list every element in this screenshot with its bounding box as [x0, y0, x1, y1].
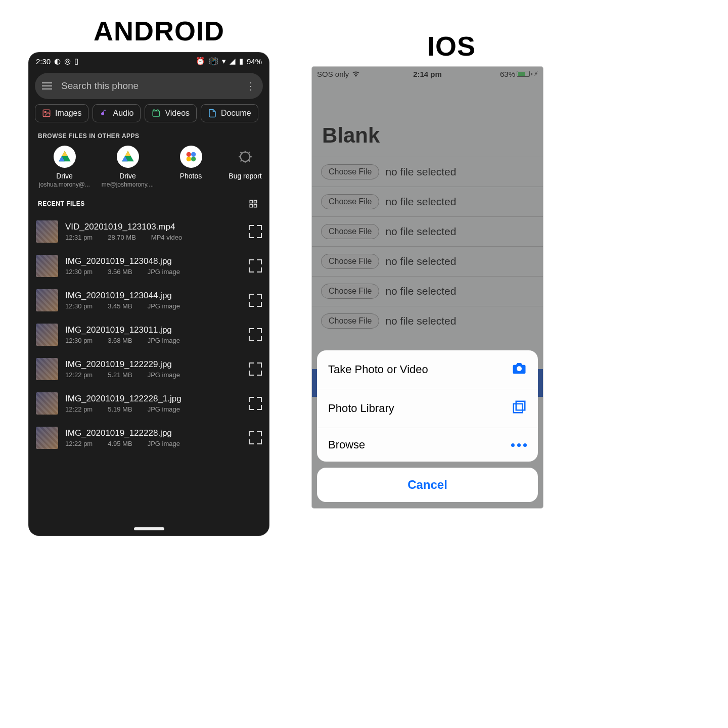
file-time: 12:30 pm — [65, 337, 93, 344]
svg-point-1 — [44, 111, 46, 113]
app-drive[interactable]: Driveme@joshmorony.... — [96, 146, 159, 188]
browse-apps-label: BROWSE FILES IN OTHER APPS — [29, 122, 269, 146]
file-name: VID_20201019_123103.mp4 — [65, 222, 242, 232]
file-thumbnail — [36, 255, 58, 277]
file-row[interactable]: IMG_20201019_122228_1.jpg12:22 pm5.19 MB… — [29, 386, 269, 421]
battery-icon: ▮ — [239, 57, 243, 66]
device-icon: ▯ — [74, 57, 78, 66]
file-row[interactable]: IMG_20201019_123048.jpg12:30 pm3.56 MBJP… — [29, 249, 269, 283]
wifi-icon: ▾ — [222, 57, 226, 66]
expand-icon[interactable] — [249, 225, 262, 238]
action-sheet: Take Photo or VideoPhoto LibraryBrowse C… — [317, 350, 538, 502]
file-list: VID_20201019_123103.mp412:31 pm28.70 MBM… — [29, 214, 269, 455]
more-icon[interactable]: ⋮ — [246, 80, 256, 92]
chip-images[interactable]: Images — [35, 104, 88, 122]
file-row[interactable]: IMG_20201019_123011.jpg12:30 pm3.68 MBJP… — [29, 317, 269, 352]
battery-pct: 94% — [247, 57, 262, 66]
expand-icon[interactable] — [249, 362, 262, 376]
file-time: 12:22 pm — [65, 405, 93, 413]
android-phone-frame: 2:30 ◐ ◎ ▯ ⏰ 📳 ▾ ◢ ▮ 94% Search this pho… — [29, 53, 269, 535]
file-thumbnail — [36, 392, 58, 415]
file-size: 4.95 MB — [108, 440, 132, 447]
chip-label: Images — [55, 109, 81, 118]
file-time: 12:22 pm — [65, 440, 93, 447]
file-name: IMG_20201019_123011.jpg — [65, 325, 242, 335]
app-name: Bug report — [222, 172, 268, 180]
chip-label: Docume — [221, 109, 251, 118]
file-row[interactable]: IMG_20201019_122229.jpg12:22 pm5.21 MBJP… — [29, 352, 269, 386]
chip-audio[interactable]: Audio — [93, 104, 141, 122]
android-status-bar: 2:30 ◐ ◎ ▯ ⏰ 📳 ▾ ◢ ▮ 94% — [29, 53, 269, 70]
app-icon — [234, 146, 256, 168]
file-row[interactable]: VID_20201019_123103.mp412:31 pm28.70 MBM… — [29, 214, 269, 249]
expand-icon[interactable] — [249, 431, 262, 444]
app-bug-report[interactable]: Bug report — [222, 146, 268, 188]
circle-icon: ◎ — [64, 57, 71, 66]
sheet-item-take-photo-or-video[interactable]: Take Photo or Video — [317, 350, 538, 389]
chip-docume[interactable]: Docume — [201, 104, 258, 122]
sheet-item-label: Browse — [328, 438, 365, 451]
file-name: IMG_20201019_122228.jpg — [65, 428, 242, 438]
file-thumbnail — [36, 324, 58, 346]
file-size: 28.70 MB — [108, 234, 136, 241]
app-icon — [117, 146, 139, 168]
file-name: IMG_20201019_122229.jpg — [65, 359, 242, 370]
app-drive[interactable]: Drivejoshua.morony@... — [33, 146, 96, 188]
file-thumbnail — [36, 289, 58, 311]
svg-rect-14 — [514, 404, 523, 413]
file-thumbnail — [36, 220, 58, 243]
file-thumbnail — [36, 427, 58, 449]
signal-icon: ◢ — [230, 57, 236, 66]
app-photos[interactable]: Photos — [159, 146, 222, 188]
svg-rect-9 — [254, 200, 257, 203]
sheet-item-label: Photo Library — [328, 402, 394, 415]
sheet-item-browse[interactable]: Browse — [317, 428, 538, 462]
sheet-item-photo-library[interactable]: Photo Library — [317, 389, 538, 428]
ellipsis-icon — [511, 443, 527, 447]
filter-chips-row: ImagesAudioVideosDocume — [29, 104, 269, 122]
apps-row: Drivejoshua.morony@...Driveme@joshmorony… — [29, 146, 269, 188]
expand-icon[interactable] — [249, 397, 262, 410]
file-type: JPG image — [148, 371, 180, 379]
app-icon — [54, 146, 76, 168]
svg-rect-2 — [153, 111, 160, 117]
ios-phone-frame: SOS only 2:14 pm 63% ⚡︎ Blank Choose Fil… — [312, 67, 543, 508]
svg-point-12 — [517, 366, 522, 371]
svg-rect-11 — [254, 205, 257, 207]
home-indicator[interactable] — [134, 527, 164, 530]
app-name: Photos — [159, 172, 222, 180]
chip-videos[interactable]: Videos — [145, 104, 197, 122]
file-row[interactable]: IMG_20201019_122228.jpg12:22 pm4.95 MBJP… — [29, 421, 269, 455]
file-name: IMG_20201019_123044.jpg — [65, 291, 242, 301]
camera-icon — [512, 360, 527, 379]
menu-icon[interactable] — [42, 82, 52, 89]
file-row[interactable]: IMG_20201019_123044.jpg12:30 pm3.45 MBJP… — [29, 283, 269, 317]
cancel-button[interactable]: Cancel — [317, 468, 538, 502]
svg-point-4 — [191, 152, 196, 157]
app-name: Drive — [96, 172, 159, 180]
alarm-icon: ⏰ — [196, 57, 205, 66]
expand-icon[interactable] — [249, 294, 262, 307]
file-thumbnail — [36, 358, 58, 380]
file-type: JPG image — [148, 268, 180, 276]
file-type: MP4 video — [151, 234, 182, 241]
file-time: 12:30 pm — [65, 302, 93, 310]
expand-icon[interactable] — [249, 259, 262, 272]
search-bar[interactable]: Search this phone ⋮ — [35, 73, 263, 99]
file-size: 5.21 MB — [108, 371, 132, 379]
grid-view-icon[interactable] — [249, 199, 258, 208]
expand-icon[interactable] — [249, 328, 262, 341]
app-icon — [180, 146, 202, 168]
file-type: JPG image — [148, 405, 180, 413]
heading-ios: IOS — [427, 30, 476, 62]
library-icon — [512, 399, 527, 418]
chip-label: Audio — [113, 109, 133, 118]
heading-android: ANDROID — [94, 15, 224, 47]
file-time: 12:22 pm — [65, 371, 93, 379]
file-size: 3.56 MB — [108, 268, 132, 276]
sheet-item-label: Take Photo or Video — [328, 363, 428, 376]
search-placeholder: Search this phone — [61, 80, 246, 92]
file-size: 5.19 MB — [108, 405, 132, 413]
svg-rect-13 — [516, 401, 525, 411]
svg-point-6 — [191, 157, 196, 161]
